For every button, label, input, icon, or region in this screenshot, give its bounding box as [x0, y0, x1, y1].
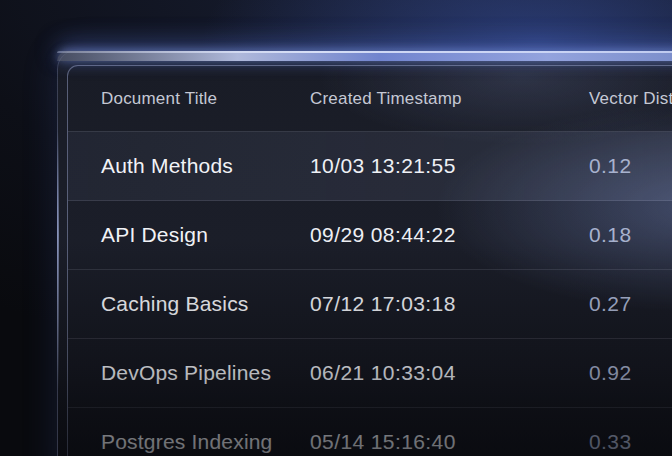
table-row[interactable]: DevOps Pipelines 06/21 10:33:04 0.92 [68, 339, 672, 408]
panel-left-glow [57, 131, 59, 391]
table-row[interactable]: Auth Methods 10/03 13:21:55 0.12 [68, 132, 672, 201]
documents-table-panel: Document Title Created Timestamp Vector … [57, 51, 672, 456]
created-timestamp-cell: 05/14 15:16:40 [310, 430, 589, 454]
created-timestamp-cell: 09/29 08:44:22 [310, 223, 589, 247]
column-header-created-timestamp: Created Timestamp [310, 89, 589, 109]
table-row[interactable]: API Design 09/29 08:44:22 0.18 [68, 201, 672, 270]
panel-top-glow [57, 51, 672, 61]
document-title-cell: Auth Methods [101, 154, 310, 178]
column-header-document-title: Document Title [101, 89, 310, 109]
background: Document Title Created Timestamp Vector … [0, 0, 672, 456]
created-timestamp-cell: 10/03 13:21:55 [310, 154, 589, 178]
created-timestamp-cell: 06/21 10:33:04 [310, 361, 589, 385]
document-title-cell: API Design [101, 223, 310, 247]
table-header-row: Document Title Created Timestamp Vector … [68, 66, 672, 132]
column-header-vector-distance: Vector Distance [589, 89, 672, 109]
documents-table: Document Title Created Timestamp Vector … [67, 65, 672, 456]
vector-distance-cell: 0.92 [589, 361, 672, 385]
created-timestamp-cell: 07/12 17:03:18 [310, 292, 589, 316]
vector-distance-cell: 0.27 [589, 292, 672, 316]
table-row[interactable]: Caching Basics 07/12 17:03:18 0.27 [68, 270, 672, 339]
document-title-cell: Postgres Indexing [101, 430, 310, 454]
document-title-cell: Caching Basics [101, 292, 310, 316]
document-title-cell: DevOps Pipelines [101, 361, 310, 385]
table-row[interactable]: Postgres Indexing 05/14 15:16:40 0.33 [68, 408, 672, 456]
vector-distance-cell: 0.12 [589, 154, 672, 178]
vector-distance-cell: 0.18 [589, 223, 672, 247]
vector-distance-cell: 0.33 [589, 430, 672, 454]
